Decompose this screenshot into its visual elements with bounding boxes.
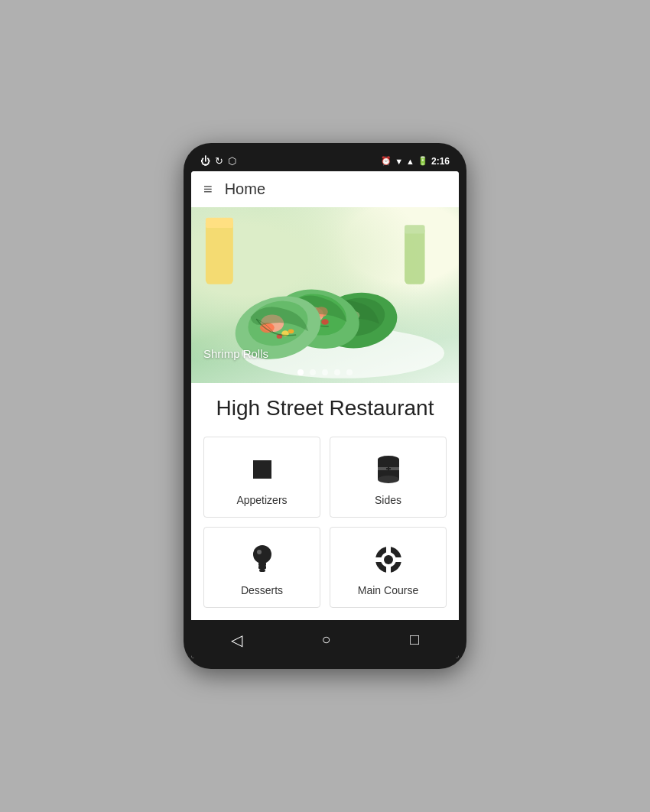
dot-2[interactable] <box>310 369 316 375</box>
main-course-label: Main Course <box>358 584 418 596</box>
sides-label: Sides <box>375 494 401 506</box>
svg-rect-31 <box>258 566 266 569</box>
svg-point-25 <box>378 476 399 483</box>
desserts-label: Desserts <box>241 584 283 596</box>
svg-point-33 <box>257 550 262 554</box>
svg-rect-22 <box>253 460 271 479</box>
home-button[interactable]: ○ <box>306 628 346 651</box>
back-button[interactable]: ◁ <box>216 628 258 652</box>
battery-icon: 🔋 <box>418 156 428 166</box>
carousel-dots <box>191 369 459 375</box>
dot-3[interactable] <box>322 369 328 375</box>
dot-4[interactable] <box>334 369 340 375</box>
status-left-icons: ⏻ ↻ ⬡ <box>200 155 236 167</box>
svg-rect-2 <box>405 225 424 233</box>
hero-banner: Shrimp Rolls <box>191 207 459 383</box>
svg-point-14 <box>321 319 328 325</box>
recent-apps-button[interactable]: □ <box>395 628 434 651</box>
svg-rect-3 <box>206 219 233 284</box>
slide-caption: Shrimp Rolls <box>203 347 268 360</box>
svg-rect-32 <box>259 569 265 572</box>
status-right-icons: ⏰ ▼ ▲ 🔋 2:16 <box>381 156 450 167</box>
dot-5[interactable] <box>346 369 353 375</box>
main-content: High Street Restaurant Appetizers <box>191 383 459 620</box>
phone-screen: ≡ Home <box>191 171 459 658</box>
main-course-card[interactable]: Main Course <box>330 527 447 608</box>
wifi-icon: ▼ <box>395 157 403 166</box>
page-title: Home <box>225 180 265 198</box>
android-icon: ⬡ <box>228 155 236 167</box>
svg-point-29 <box>253 545 271 564</box>
phone-frame: ⏻ ↻ ⬡ ⏰ ▼ ▲ 🔋 2:16 ≡ Home <box>184 143 466 669</box>
svg-point-36 <box>384 555 393 564</box>
svg-rect-1 <box>405 226 424 284</box>
restaurant-name: High Street Restaurant <box>203 395 447 421</box>
appetizers-label: Appetizers <box>236 494 287 506</box>
svg-rect-30 <box>258 563 266 566</box>
svg-rect-28 <box>388 466 389 471</box>
sync-icon: ↻ <box>215 155 223 167</box>
svg-point-21 <box>288 330 294 334</box>
signal-icon: ▲ <box>406 157 414 166</box>
alarm-icon: ⏰ <box>381 156 392 166</box>
time-display: 2:16 <box>431 156 450 167</box>
menu-button[interactable]: ≡ <box>203 180 213 198</box>
desserts-icon <box>245 543 279 577</box>
power-icon: ⏻ <box>200 155 210 167</box>
appetizer-icon <box>245 453 279 486</box>
status-bar: ⏻ ↻ ⬡ ⏰ ▼ ▲ 🔋 2:16 <box>191 154 459 171</box>
menu-grid: Appetizers <box>203 437 447 608</box>
sides-card[interactable]: Sides <box>330 437 447 518</box>
sides-icon <box>372 453 405 486</box>
dot-1[interactable] <box>297 369 304 375</box>
desserts-card[interactable]: Desserts <box>203 527 320 608</box>
appetizers-card[interactable]: Appetizers <box>203 437 320 518</box>
main-course-icon <box>372 543 405 577</box>
svg-rect-4 <box>206 218 233 228</box>
bottom-nav-bar: ◁ ○ □ <box>191 620 459 658</box>
top-app-bar: ≡ Home <box>191 171 459 207</box>
